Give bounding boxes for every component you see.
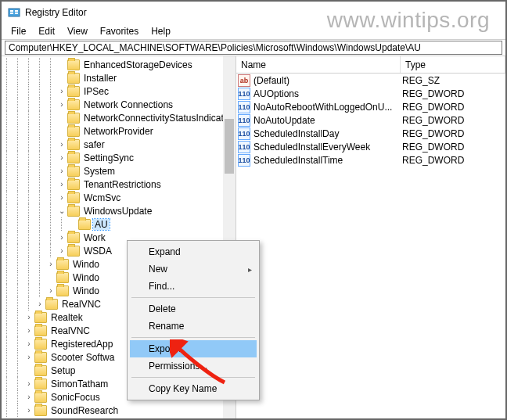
tree-node[interactable]: ›WcmSvc xyxy=(2,191,236,204)
tree-node[interactable]: ›TenantRestrictions xyxy=(2,178,236,191)
expander-closed-icon[interactable]: › xyxy=(23,350,34,364)
tree-label: RealVNC xyxy=(49,325,92,336)
expander-none xyxy=(56,58,67,71)
tree-label: WcmSvc xyxy=(82,192,122,203)
folder-icon xyxy=(34,339,47,350)
tree-node[interactable]: ›safer xyxy=(2,138,236,151)
tree-label: AU xyxy=(93,219,110,230)
menu-item-delete[interactable]: Delete xyxy=(130,300,257,318)
tree-label: RealVNC xyxy=(60,299,102,310)
folder-icon xyxy=(67,246,80,257)
expander-closed-icon[interactable]: › xyxy=(23,377,34,390)
expander-open-icon[interactable]: ⌄ xyxy=(56,204,67,217)
context-menu[interactable]: ExpandNewFind...DeleteRenameExport...Per… xyxy=(127,240,260,400)
value-type: REG_DWORD xyxy=(402,88,504,99)
menu-file[interactable]: File xyxy=(5,25,32,38)
col-name[interactable]: Name xyxy=(236,56,401,73)
value-name: ScheduledInstallEveryWeek xyxy=(254,142,402,153)
col-type[interactable]: Type xyxy=(401,56,505,73)
folder-icon xyxy=(56,259,69,270)
expander-closed-icon[interactable]: › xyxy=(56,138,67,151)
value-row[interactable]: 110ScheduledInstallTimeREG_DWORD xyxy=(236,153,505,167)
tree-node[interactable]: AU xyxy=(2,217,236,231)
value-row[interactable]: 110ScheduledInstallEveryWeekREG_DWORD xyxy=(236,140,505,153)
expander-closed-icon[interactable]: › xyxy=(23,390,34,404)
menu-favorites[interactable]: Favorites xyxy=(94,25,145,38)
value-row[interactable]: 110NoAutoUpdateREG_DWORD xyxy=(236,113,505,127)
value-name: NoAutoRebootWithLoggedOnU... xyxy=(254,102,402,113)
tree-node[interactable]: NetworkProvider xyxy=(2,124,236,138)
expander-closed-icon[interactable]: › xyxy=(56,231,67,244)
dword-value-icon: 110 xyxy=(238,114,250,127)
expander-none xyxy=(67,217,78,231)
folder-icon xyxy=(67,179,80,190)
value-type: REG_DWORD xyxy=(402,155,504,166)
value-row[interactable]: ab(Default)REG_SZ xyxy=(236,74,505,87)
expander-closed-icon[interactable]: › xyxy=(56,98,67,111)
tree-label: SimonTatham xyxy=(49,379,110,389)
menu-bar[interactable]: File Edit View Favorites Help xyxy=(2,23,505,39)
expander-closed-icon[interactable]: › xyxy=(34,297,45,311)
expander-closed-icon[interactable]: › xyxy=(45,284,56,297)
value-row[interactable]: 110NoAutoRebootWithLoggedOnU...REG_DWORD xyxy=(236,100,505,113)
menu-item-rename[interactable]: Rename xyxy=(130,318,257,335)
value-row[interactable]: 110AUOptionsREG_DWORD xyxy=(236,87,505,100)
tree-label: Installer xyxy=(82,73,118,84)
folder-icon xyxy=(56,272,69,283)
tree-node[interactable]: Installer xyxy=(2,71,236,84)
menu-item-copy-key-name[interactable]: Copy Key Name xyxy=(130,380,257,397)
list-header[interactable]: Name Type xyxy=(236,56,505,74)
tree-node[interactable]: ›SettingSync xyxy=(2,151,236,164)
app-icon xyxy=(8,6,20,19)
expander-none xyxy=(45,271,56,284)
dword-value-icon: 110 xyxy=(238,101,250,113)
svg-rect-3 xyxy=(15,10,18,12)
value-row[interactable]: 110ScheduledInstallDayREG_DWORD xyxy=(236,127,505,140)
expander-closed-icon[interactable]: › xyxy=(56,84,67,98)
value-name: NoAutoUpdate xyxy=(254,115,402,126)
tree-node[interactable]: EnhancedStorageDevices xyxy=(2,58,236,71)
tree-node[interactable]: ›IPSec xyxy=(2,84,236,98)
tree-node[interactable]: ⌄WindowsUpdate xyxy=(2,204,236,217)
folder-icon xyxy=(45,299,58,310)
expander-closed-icon[interactable]: › xyxy=(23,311,34,324)
expander-closed-icon[interactable]: › xyxy=(56,244,67,257)
expander-closed-icon[interactable]: › xyxy=(23,337,34,350)
folder-icon xyxy=(67,99,80,110)
expander-closed-icon[interactable]: › xyxy=(23,404,34,417)
tree-label: System xyxy=(82,166,117,177)
expander-none xyxy=(56,111,67,124)
menu-edit[interactable]: Edit xyxy=(32,25,61,38)
menu-item-export[interactable]: Export... xyxy=(130,340,257,357)
menu-item-permissions[interactable]: Permissions... xyxy=(130,357,257,375)
menu-separator xyxy=(131,337,255,338)
tree-node[interactable]: ›SoundResearch xyxy=(2,404,236,417)
menu-item-new[interactable]: New xyxy=(130,260,257,278)
tree-label: EnhancedStorageDevices xyxy=(82,59,194,70)
expander-closed-icon[interactable]: › xyxy=(56,178,67,191)
expander-closed-icon[interactable]: › xyxy=(56,151,67,164)
menu-view[interactable]: View xyxy=(61,25,94,38)
folder-icon xyxy=(34,312,47,323)
value-name: AUOptions xyxy=(254,88,402,99)
tree-label: TenantRestrictions xyxy=(82,179,163,190)
values-pane[interactable]: Name Type ab(Default)REG_SZ110AUOptionsR… xyxy=(236,56,505,418)
folder-icon xyxy=(67,232,80,243)
tree-node[interactable]: ›System xyxy=(2,164,236,178)
tree-label: NetworkProvider xyxy=(82,126,155,137)
tree-node[interactable]: NetworkConnectivityStatusIndicator xyxy=(2,111,236,124)
menu-help[interactable]: Help xyxy=(145,25,177,38)
scrollbar-thumb[interactable] xyxy=(225,119,234,174)
folder-icon xyxy=(34,405,47,416)
menu-item-find[interactable]: Find... xyxy=(130,278,257,295)
expander-closed-icon[interactable]: › xyxy=(45,257,56,271)
svg-rect-2 xyxy=(10,13,13,14)
svg-rect-4 xyxy=(15,13,18,14)
tree-node[interactable]: ›Network Connections xyxy=(2,98,236,111)
expander-closed-icon[interactable]: › xyxy=(56,164,67,178)
dword-value-icon: 110 xyxy=(238,88,250,100)
menu-item-expand[interactable]: Expand xyxy=(130,243,257,260)
address-input[interactable] xyxy=(5,41,502,55)
expander-closed-icon[interactable]: › xyxy=(23,324,34,337)
expander-closed-icon[interactable]: › xyxy=(56,191,67,204)
